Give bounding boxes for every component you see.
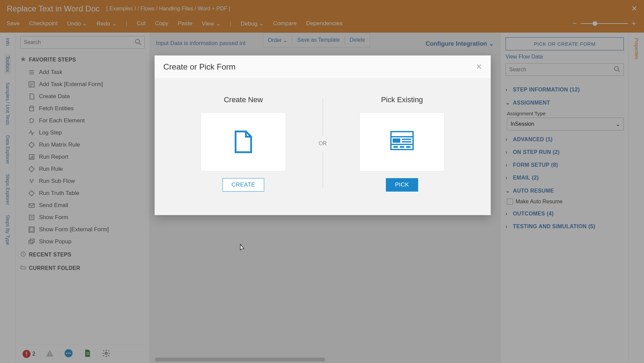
pick-existing-title: Pick Existing: [381, 95, 423, 104]
pick-existing-card[interactable]: [359, 112, 445, 171]
create-or-pick-form-modal: Create or Pick Form ✕ Create New CREATE …: [155, 55, 491, 215]
or-label: OR: [319, 140, 327, 147]
pick-existing-option: Pick Existing PICK: [327, 95, 477, 192]
create-new-card[interactable]: [201, 112, 286, 171]
pick-button[interactable]: PICK: [386, 178, 418, 192]
or-divider: OR: [319, 95, 327, 192]
svg-rect-48: [400, 146, 404, 148]
modal-title: Create or Pick Form: [163, 62, 236, 72]
close-icon[interactable]: ✕: [476, 63, 482, 71]
create-new-title: Create New: [224, 95, 263, 104]
create-new-option: Create New CREATE: [168, 95, 319, 192]
create-button[interactable]: CREATE: [223, 178, 265, 192]
svg-rect-47: [394, 146, 398, 148]
svg-rect-49: [406, 146, 411, 148]
svg-rect-43: [393, 138, 400, 143]
